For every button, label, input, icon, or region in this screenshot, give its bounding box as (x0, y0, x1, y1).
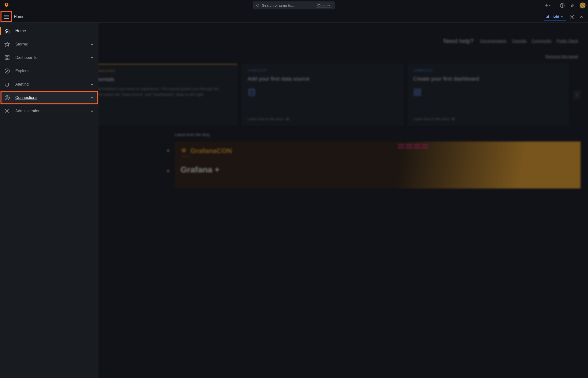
blog-section-title: Latest from the blog (175, 133, 581, 137)
svg-point-21 (5, 69, 9, 73)
svg-rect-20 (8, 58, 9, 60)
svg-rect-18 (8, 56, 9, 57)
card-dashboard[interactable]: COMPLETE Create your first dashboard Lea… (407, 64, 569, 126)
breadcrumb-bar: Home + Add (0, 11, 588, 23)
chevron-down-icon (90, 109, 94, 113)
starred-list: ★ ★ (106, 131, 170, 189)
sidebar-item-dashboards[interactable]: Dashboards (0, 51, 98, 64)
svg-rect-19 (5, 58, 7, 60)
sidebar-item-home[interactable]: Home (0, 24, 98, 38)
menu-toggle-button[interactable] (0, 11, 12, 22)
chevron-down-icon (561, 15, 564, 18)
sidebar-item-connections[interactable]: Connections (0, 91, 98, 104)
svg-text:+: + (549, 15, 551, 18)
add-menu-button[interactable] (545, 2, 552, 9)
help-row: Need help? Documentation Tutorials Commu… (108, 38, 578, 45)
sidebar-item-label: Starred (15, 42, 85, 47)
card-title: fundamentals (98, 76, 232, 83)
card-eyebrow: COMPLETE (248, 69, 397, 72)
help-icon[interactable] (559, 2, 566, 9)
search-icon (256, 3, 260, 7)
card-title: Add your first data source (248, 76, 397, 82)
sidebar-item-label: Explore (15, 69, 94, 73)
dashboards-icon (4, 55, 10, 60)
svg-rect-28 (414, 89, 417, 92)
blog-banner[interactable]: GrafanaCON 2023 Grafana + (175, 142, 581, 189)
svg-rect-11 (546, 17, 547, 18)
divider (555, 3, 555, 8)
sidebar-item-explore[interactable]: Explore (0, 64, 98, 78)
sidebar-item-alerting[interactable]: Alerting (0, 78, 98, 91)
svg-point-26 (6, 110, 8, 112)
svg-rect-17 (5, 56, 7, 57)
connections-icon (4, 95, 10, 100)
blog-banner-year: 2023 (181, 155, 575, 158)
grafana-logo-icon (181, 147, 188, 155)
help-link-documentation[interactable]: Documentation (480, 39, 507, 43)
help-link-slack[interactable]: Public Slack (557, 39, 578, 43)
external-link-icon (452, 117, 455, 121)
collapse-icon[interactable] (578, 13, 585, 20)
svg-marker-22 (6, 70, 8, 72)
scroll-right-button[interactable] (573, 90, 581, 100)
card-footer-link[interactable]: Learn how in the docs (248, 113, 397, 121)
card-eyebrow: AND DASHBOARDS (98, 69, 232, 73)
chevron-right-icon (575, 93, 578, 96)
topbar: Search or jump to... cmd+k (0, 0, 588, 11)
chevron-down-icon (90, 43, 94, 46)
search-input[interactable]: Search or jump to... cmd+k (253, 1, 335, 9)
svg-point-0 (257, 4, 259, 6)
star-icon (4, 42, 10, 47)
svg-point-7 (571, 6, 572, 7)
card-datasource[interactable]: COMPLETE Add your first data source Lear… (242, 64, 403, 126)
add-button-label: Add (552, 15, 559, 19)
main-content: Need help? Documentation Tutorials Commu… (98, 23, 588, 378)
add-button[interactable]: + Add (544, 13, 566, 21)
svg-line-1 (259, 6, 259, 7)
star-icon: ★ (166, 148, 170, 153)
settings-icon[interactable] (569, 13, 576, 20)
panel-add-icon: + (546, 15, 551, 19)
remove-panel-link[interactable]: Remove this panel (545, 54, 578, 59)
sidebar-item-label: Alerting (15, 82, 85, 87)
card-title: Create your first dashboard (413, 76, 563, 82)
help-question: Need help? (443, 38, 474, 45)
gear-icon (4, 108, 10, 114)
sidebar-item-label: Connections (15, 95, 85, 100)
card-fundamentals[interactable]: AND DASHBOARDS fundamentals Understand G… (98, 64, 237, 126)
star-icon: ★ (166, 168, 170, 174)
help-link-community[interactable]: Community (532, 39, 552, 43)
card-eyebrow: COMPLETE (413, 69, 563, 72)
sidebar-item-administration[interactable]: Administration (0, 104, 98, 118)
home-icon (4, 28, 10, 34)
svg-marker-16 (5, 42, 9, 46)
decorative-bars (398, 144, 428, 148)
card-body: Understand Grafana if you have no experi… (98, 86, 232, 97)
blog-banner-headline: Grafana + (181, 165, 575, 174)
chevron-down-icon (90, 56, 94, 59)
sidebar-item-label: Dashboards (15, 55, 85, 60)
svg-rect-30 (414, 93, 417, 95)
svg-rect-2 (318, 4, 320, 6)
svg-point-27 (249, 89, 255, 91)
search-kbd-hint: cmd+k (316, 3, 332, 8)
user-avatar[interactable] (580, 2, 586, 8)
grafana-logo-icon[interactable] (3, 2, 10, 9)
svg-point-25 (7, 97, 7, 98)
apps-icon (413, 88, 563, 96)
onboarding-cards: AND DASHBOARDS fundamentals Understand G… (106, 64, 581, 126)
sidebar-item-label: Administration (15, 109, 85, 113)
help-link-tutorials[interactable]: Tutorials (512, 39, 527, 43)
svg-rect-31 (418, 93, 421, 95)
database-icon (248, 88, 397, 96)
svg-rect-29 (418, 89, 421, 92)
rss-icon[interactable] (569, 2, 576, 9)
sidebar-item-starred[interactable]: Starred (0, 38, 98, 51)
svg-rect-13 (548, 15, 549, 18)
blog-banner-brand: GrafanaCON (190, 147, 232, 155)
svg-rect-12 (547, 16, 548, 18)
compass-icon (4, 68, 10, 74)
card-footer-link[interactable]: Learn how in the docs (413, 113, 563, 121)
chevron-down-icon (90, 83, 94, 86)
svg-point-6 (562, 6, 563, 7)
